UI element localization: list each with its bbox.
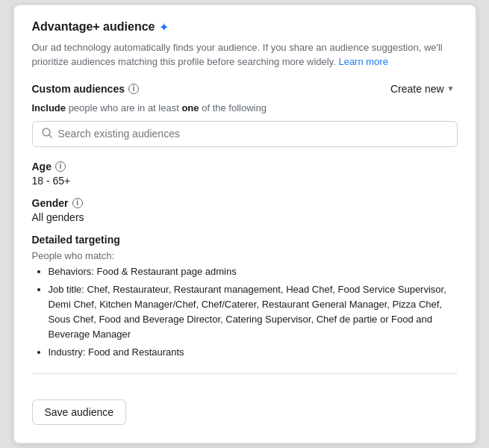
gender-value: All genders bbox=[32, 211, 458, 223]
learn-more-link[interactable]: Learn more bbox=[338, 56, 387, 67]
custom-audiences-label: Custom audiences i bbox=[32, 83, 139, 95]
list-item: Job title: Chef, Restaurateur, Restauran… bbox=[49, 282, 458, 343]
search-icon bbox=[42, 128, 52, 140]
list-item: Behaviors: Food & Restaurant page admins bbox=[49, 264, 458, 279]
description-text: Our ad technology automatically finds yo… bbox=[32, 40, 458, 69]
targeting-list: Behaviors: Food & Restaurant page admins… bbox=[32, 264, 458, 361]
custom-audiences-row: Custom audiences i Create new ▼ bbox=[32, 81, 458, 96]
search-input[interactable] bbox=[58, 128, 448, 140]
title-row: Advantage+ audience ✦ bbox=[32, 20, 458, 34]
create-new-button[interactable]: Create new ▼ bbox=[387, 81, 458, 96]
page-title: Advantage+ audience bbox=[32, 20, 155, 34]
chevron-down-icon: ▼ bbox=[447, 84, 455, 93]
age-group: Age i 18 - 65+ bbox=[32, 161, 458, 187]
magic-icon: ✦ bbox=[159, 20, 169, 34]
detailed-targeting-title: Detailed targeting bbox=[32, 234, 458, 246]
svg-line-1 bbox=[49, 135, 52, 137]
detailed-targeting-group: Detailed targeting People who match: Beh… bbox=[32, 234, 458, 361]
save-audience-button[interactable]: Save audience bbox=[32, 399, 127, 425]
include-text: Include people who are in at least one o… bbox=[32, 102, 458, 113]
people-match-text: People who match: bbox=[32, 250, 458, 261]
gender-info-icon[interactable]: i bbox=[72, 198, 83, 208]
age-info-icon[interactable]: i bbox=[55, 161, 66, 172]
audience-card: Advantage+ audience ✦ Our ad technology … bbox=[13, 4, 476, 444]
age-label: Age i bbox=[32, 161, 458, 172]
list-item: Industry: Food and Restaurants bbox=[49, 345, 458, 360]
divider bbox=[32, 373, 458, 374]
gender-label: Gender i bbox=[32, 197, 458, 209]
search-box[interactable] bbox=[32, 121, 458, 147]
gender-group: Gender i All genders bbox=[32, 197, 458, 223]
age-value: 18 - 65+ bbox=[32, 175, 458, 187]
custom-audiences-info-icon[interactable]: i bbox=[128, 84, 139, 94]
